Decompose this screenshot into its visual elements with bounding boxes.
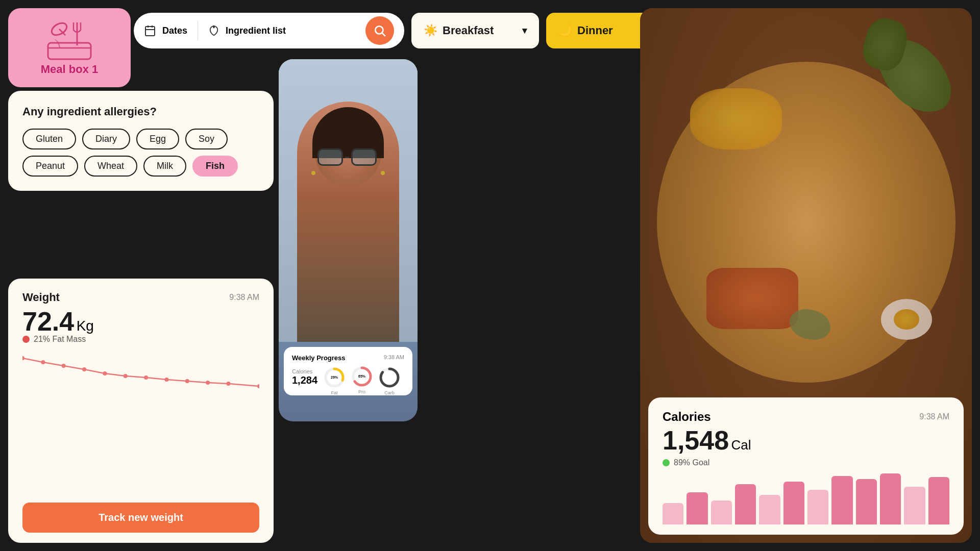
tag-egg[interactable]: Egg: [136, 129, 179, 149]
bar-9: [856, 479, 877, 524]
meal-box-label: Meal box 1: [41, 63, 98, 76]
fat-mass-row: 21% Fat Mass: [22, 335, 259, 344]
strawberry-icon: [208, 25, 219, 36]
ingredient-label: Ingredient list: [226, 26, 286, 36]
svg-point-16: [82, 367, 86, 371]
weight-time: 9:38 AM: [229, 293, 259, 302]
carb-label: Carb: [384, 390, 395, 395]
tag-soy[interactable]: Soy: [185, 129, 228, 149]
svg-point-17: [103, 371, 107, 375]
breakfast-label: Breakfast: [443, 24, 494, 37]
dates-label: Dates: [162, 26, 187, 36]
svg-point-14: [41, 360, 45, 364]
weight-unit: Kg: [77, 318, 94, 334]
food-section: Calories 9:38 AM 1,548 Cal 89% Goal: [640, 8, 972, 543]
bar-11: [904, 487, 925, 524]
tag-gluten[interactable]: Gluten: [22, 129, 76, 149]
svg-point-20: [164, 378, 168, 382]
wp-content: Calories 1,284 29% Fat: [292, 367, 404, 388]
svg-rect-11: [48, 43, 91, 59]
divider: [198, 21, 198, 40]
allergy-tags: Gluten Diary Egg Soy Peanut Wheat Milk F…: [22, 129, 259, 177]
weight-header: Weight 9:38 AM: [22, 291, 259, 304]
bar-6: [783, 482, 804, 524]
pro-pct: 65%: [358, 374, 365, 379]
fat-label: Fat: [331, 390, 338, 395]
weight-title: Weight: [22, 291, 60, 304]
wp-cal-label: Calories: [292, 368, 317, 374]
fat-pct: 29%: [331, 375, 338, 380]
calories-unit: Cal: [731, 437, 751, 453]
svg-point-19: [144, 375, 148, 380]
calories-value: 1,548: [663, 425, 729, 455]
calories-value-row: 1,548 Cal: [663, 426, 949, 455]
weight-value: 72.4: [22, 307, 74, 336]
calories-card: Calories 9:38 AM 1,548 Cal 89% Goal: [648, 397, 964, 535]
search-button[interactable]: [365, 16, 394, 45]
tag-diary[interactable]: Diary: [82, 129, 130, 149]
wp-time: 9:38 AM: [384, 354, 404, 362]
svg-point-22: [206, 381, 210, 385]
wp-cal-value: 1,284: [292, 374, 317, 386]
svg-point-13: [22, 356, 24, 360]
breakfast-chevron-icon: ▾: [522, 25, 527, 36]
allergy-card: Any ingredient allergies? Gluten Diary E…: [8, 91, 274, 191]
calendar-icon: [144, 24, 156, 37]
weight-card: Weight 9:38 AM 72.4 Kg 21% Fat Mass: [8, 279, 274, 543]
wp-header: Weekly Progress 9:38 AM: [292, 354, 404, 362]
svg-point-21: [185, 379, 189, 383]
bar-5: [759, 495, 780, 524]
pro-ring: 65% Pro: [351, 366, 373, 387]
bar-10: [880, 473, 901, 524]
weight-value-row: 72.4 Kg: [22, 308, 259, 335]
tag-wheat[interactable]: Wheat: [84, 156, 137, 177]
svg-point-18: [124, 374, 128, 378]
bar-1: [663, 503, 683, 524]
search-bar[interactable]: Dates Ingredient list: [134, 13, 404, 48]
fat-ring: 29% Fat: [324, 367, 345, 388]
tag-peanut[interactable]: Peanut: [22, 156, 78, 177]
bar-3: [711, 500, 732, 524]
tag-milk[interactable]: Milk: [143, 156, 186, 177]
svg-rect-0: [145, 27, 155, 36]
bar-8: [831, 476, 852, 524]
track-weight-button[interactable]: Track new weight: [22, 503, 259, 533]
carb-ring: 85% Carb: [379, 367, 400, 388]
weekly-progress-card: Weekly Progress 9:38 AM Calories 1,284 2…: [284, 347, 412, 395]
dinner-label: Dinner: [577, 24, 613, 37]
svg-point-15: [62, 364, 66, 368]
meal-box-icon: [44, 20, 95, 61]
goal-label: 89% Goal: [674, 458, 709, 467]
person-image: [279, 59, 418, 342]
wp-title: Weekly Progress: [292, 354, 346, 362]
allergy-title: Any ingredient allergies?: [22, 105, 259, 118]
meal-box-card: Meal box 1: [8, 8, 131, 87]
cal-header: Calories 9:38 AM: [663, 410, 949, 424]
weight-sparkline: [22, 348, 259, 394]
svg-point-4: [375, 26, 383, 34]
calories-time: 9:38 AM: [919, 412, 949, 421]
pro-label: Pro: [358, 389, 365, 394]
calories-title: Calories: [663, 410, 711, 424]
bar-7: [807, 490, 828, 524]
breakfast-button[interactable]: ☀️ Breakfast ▾: [411, 13, 539, 48]
fat-dot: [22, 336, 30, 343]
bar-12: [928, 477, 949, 524]
weight-chart: [22, 348, 259, 494]
fat-label: 21% Fat Mass: [34, 335, 86, 344]
glasses: [317, 148, 379, 166]
svg-point-24: [257, 384, 259, 388]
goal-dot: [663, 459, 670, 466]
carb-pct: 85%: [386, 375, 393, 380]
svg-line-5: [382, 33, 385, 36]
goal-row: 89% Goal: [663, 458, 949, 467]
bar-4: [735, 484, 756, 524]
portrait-card: Weekly Progress 9:38 AM Calories 1,284 2…: [279, 59, 418, 421]
wp-calories: Calories 1,284: [292, 368, 317, 386]
tag-fish[interactable]: Fish: [192, 156, 238, 177]
bar-2: [687, 492, 707, 524]
svg-point-23: [226, 382, 230, 386]
calories-chart: [663, 473, 949, 524]
